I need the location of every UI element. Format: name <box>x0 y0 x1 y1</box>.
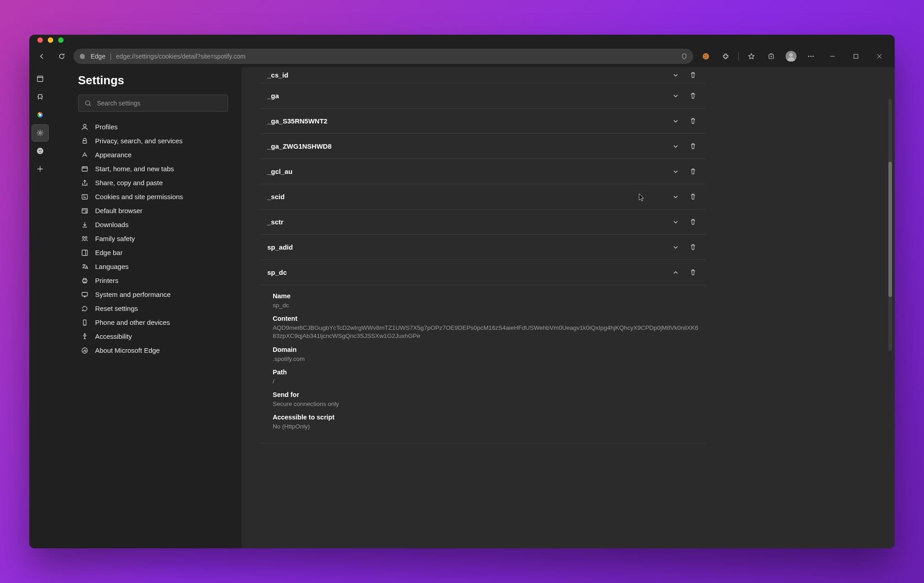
system-icon <box>81 291 89 298</box>
favorites-icon[interactable] <box>742 48 760 64</box>
search-box[interactable] <box>78 95 228 112</box>
settings-sidebar: Settings ProfilesPrivacy, search, and se… <box>51 67 242 548</box>
sidebar-item-person[interactable]: Profiles <box>78 120 228 134</box>
svg-rect-13 <box>37 76 43 82</box>
new-tab-button[interactable] <box>32 161 48 177</box>
toolbar-right <box>697 48 890 64</box>
svg-point-4 <box>706 57 707 58</box>
sidebar-title: Settings <box>78 73 228 87</box>
cookie-list: _cs_id_ga_ga_S35RN5WNT2_ga_ZWG1NSHWD8_gc… <box>260 67 706 443</box>
delete-cookie-button[interactable] <box>686 215 700 229</box>
svg-point-19 <box>41 150 42 151</box>
cookie-name: _ga <box>267 92 668 100</box>
back-button[interactable] <box>34 48 50 64</box>
tracking-prevention-icon[interactable] <box>681 53 688 60</box>
chevron-up-icon[interactable] <box>668 265 683 280</box>
cookie-row[interactable]: _gcl_au <box>260 159 706 184</box>
search-input[interactable] <box>97 100 221 107</box>
sidebar-item-languages[interactable]: Languages <box>78 260 228 273</box>
delete-cookie-button[interactable] <box>686 139 700 154</box>
sidebar-item-about[interactable]: About Microsoft Edge <box>78 343 228 357</box>
delete-cookie-button[interactable] <box>686 190 700 204</box>
svg-point-16 <box>39 132 41 134</box>
tab-icon-1[interactable] <box>32 89 48 105</box>
sidebar-item-lock[interactable]: Privacy, search, and services <box>78 134 228 148</box>
detail-value-name: sp_dc <box>273 301 699 310</box>
sidebar-item-reset[interactable]: Reset settings <box>78 301 228 315</box>
cookie-row[interactable]: _ga_S35RN5WNT2 <box>260 109 706 134</box>
delete-cookie-button[interactable] <box>686 164 700 179</box>
chevron-down-icon[interactable] <box>668 89 683 103</box>
content: Settings ProfilesPrivacy, search, and se… <box>29 67 895 548</box>
app-label: Edge <box>91 53 105 60</box>
window-close-button[interactable] <box>869 48 890 64</box>
chevron-down-icon[interactable] <box>668 164 683 179</box>
sidebar-item-tabs[interactable]: Start, home, and new tabs <box>78 162 228 176</box>
download-icon <box>81 221 89 228</box>
cookie-icon <box>81 193 89 200</box>
sidebar-item-label: Languages <box>95 263 128 270</box>
minimize-traffic-light[interactable] <box>48 37 53 43</box>
collections-icon[interactable] <box>762 48 780 64</box>
chevron-down-icon[interactable] <box>668 240 683 255</box>
cookie-row[interactable]: _sctr <box>260 210 706 235</box>
sidebar-item-label: Edge bar <box>95 249 123 256</box>
sidebar-item-printer[interactable]: Printers <box>78 273 228 287</box>
window-minimize-button[interactable] <box>822 48 843 64</box>
tab-icon-4[interactable] <box>32 143 48 159</box>
svg-point-3 <box>706 55 707 55</box>
sidebar-item-edgebar[interactable]: Edge bar <box>78 246 228 260</box>
cookie-icon[interactable] <box>697 48 715 64</box>
sidebar-item-browser[interactable]: Default browser <box>78 204 228 218</box>
more-menu-button[interactable] <box>802 48 820 64</box>
cookie-row[interactable]: _scid <box>260 184 706 210</box>
sidebar-item-phone[interactable]: Phone and other devices <box>78 315 228 329</box>
cookie-row[interactable]: _ga <box>260 83 706 109</box>
chevron-down-icon[interactable] <box>668 68 683 82</box>
cookie-row[interactable]: _cs_id <box>260 67 706 83</box>
detail-value-content: AQD9met6CJBGugbYcTcD2wIrgWWv8mTZ1UWS7X5g… <box>273 324 699 340</box>
close-traffic-light[interactable] <box>37 37 43 43</box>
svg-point-9 <box>808 56 810 57</box>
sidebar-item-family[interactable]: Family safety <box>78 232 228 246</box>
delete-cookie-button[interactable] <box>686 240 700 255</box>
zoom-traffic-light[interactable] <box>58 37 64 43</box>
sidebar-item-system[interactable]: System and performance <box>78 287 228 301</box>
window-maximize-button[interactable] <box>845 48 867 64</box>
sidebar-item-label: Cookies and site permissions <box>95 193 183 200</box>
delete-cookie-button[interactable] <box>686 68 700 82</box>
tab-icon-0[interactable] <box>32 71 48 87</box>
chevron-down-icon[interactable] <box>668 139 683 154</box>
address-bar[interactable]: Edge | edge://settings/cookies/detail?si… <box>73 49 693 64</box>
sidebar-item-accessibility[interactable]: Accessibility <box>78 329 228 343</box>
detail-value-path: / <box>273 378 699 386</box>
sidebar-item-cookie[interactable]: Cookies and site permissions <box>78 190 228 204</box>
scrollbar-thumb[interactable] <box>888 162 892 297</box>
sidebar-item-share[interactable]: Share, copy and paste <box>78 176 228 190</box>
cookie-name: _gcl_au <box>267 168 668 175</box>
tab-icon-2[interactable] <box>32 107 48 123</box>
refresh-button[interactable] <box>54 48 70 64</box>
sidebar-item-download[interactable]: Downloads <box>78 218 228 232</box>
delete-cookie-button[interactable] <box>686 114 700 128</box>
edgebar-icon <box>81 249 89 256</box>
delete-cookie-button[interactable] <box>686 89 700 103</box>
tab-icon-settings[interactable] <box>32 125 48 141</box>
chevron-down-icon[interactable] <box>668 190 683 204</box>
svg-rect-31 <box>82 292 87 296</box>
scrollbar[interactable] <box>888 99 892 351</box>
phone-icon <box>81 319 89 326</box>
sidebar-item-appearance[interactable]: Appearance <box>78 148 228 162</box>
svg-point-18 <box>39 150 40 151</box>
cookie-row[interactable]: _ga_ZWG1NSHWD8 <box>260 134 706 159</box>
sidebar-item-label: Downloads <box>95 221 128 228</box>
svg-point-21 <box>83 124 86 127</box>
chevron-down-icon[interactable] <box>668 215 683 229</box>
cookie-row[interactable]: sp_dc <box>260 260 706 285</box>
profile-button[interactable] <box>782 48 800 64</box>
extensions-icon[interactable] <box>717 48 735 64</box>
cookie-row[interactable]: sp_adid <box>260 235 706 260</box>
svg-rect-22 <box>83 141 87 143</box>
delete-cookie-button[interactable] <box>686 265 700 280</box>
chevron-down-icon[interactable] <box>668 114 683 128</box>
